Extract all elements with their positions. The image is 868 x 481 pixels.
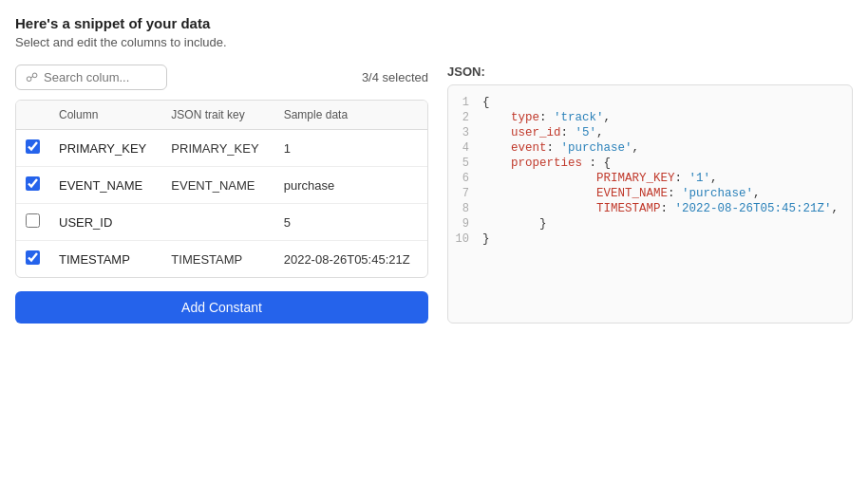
json-line: 4 event: 'purchase', bbox=[448, 140, 852, 156]
columns-table: Column JSON trait key Sample data PRIMAR… bbox=[16, 101, 427, 277]
row-column-name: EVENT_NAME bbox=[49, 167, 161, 204]
line-number: 9 bbox=[448, 217, 482, 231]
line-number: 4 bbox=[448, 141, 482, 155]
line-content: type: 'track', bbox=[482, 111, 611, 124]
json-line: 3 user_id: '5', bbox=[448, 125, 852, 140]
row-checkbox-cell[interactable] bbox=[16, 204, 49, 241]
row-sample-data: 5 bbox=[274, 204, 427, 241]
page-subtitle: Select and edit the columns to include. bbox=[15, 35, 853, 49]
row-sample-data: purchase bbox=[274, 167, 427, 204]
row-checkbox-2[interactable] bbox=[26, 213, 40, 228]
json-line: 8 TIMESTAMP: '2022-08-26T05:45:21Z', bbox=[448, 201, 852, 216]
table-row: TIMESTAMP TIMESTAMP 2022-08-26T05:45:21Z bbox=[16, 241, 427, 278]
line-number: 7 bbox=[448, 187, 482, 200]
table-row: PRIMARY_KEY PRIMARY_KEY 1 bbox=[16, 130, 427, 167]
right-panel: JSON: 1 { 2 type: 'track', 3 user_id: '5… bbox=[447, 65, 853, 324]
json-line: 9 } bbox=[448, 216, 852, 231]
line-number: 6 bbox=[448, 172, 482, 185]
col-header-sample: Sample data bbox=[274, 101, 427, 130]
table-body: PRIMARY_KEY PRIMARY_KEY 1 EVENT_NAME EVE… bbox=[16, 130, 427, 278]
line-content: TIMESTAMP: '2022-08-26T05:45:21Z', bbox=[482, 202, 839, 215]
table-row: USER_ID 5 bbox=[16, 204, 427, 241]
table-row: EVENT_NAME EVENT_NAME purchase bbox=[16, 167, 427, 204]
line-content: PRIMARY_KEY: '1', bbox=[482, 172, 718, 185]
line-content: user_id: '5', bbox=[482, 126, 604, 139]
columns-table-container: Column JSON trait key Sample data PRIMAR… bbox=[15, 100, 428, 278]
row-column-name: TIMESTAMP bbox=[49, 241, 161, 278]
line-number: 8 bbox=[448, 202, 482, 215]
add-constant-button[interactable]: Add Constant bbox=[15, 291, 428, 324]
json-line: 7 EVENT_NAME: 'purchase', bbox=[448, 186, 852, 201]
json-line: 6 PRIMARY_KEY: '1', bbox=[448, 171, 852, 186]
line-content: { bbox=[482, 96, 490, 109]
line-number: 10 bbox=[448, 232, 482, 246]
left-panel: ☍ 3/4 selected Column JSON trait key Sam… bbox=[15, 65, 428, 324]
row-checkbox-1[interactable] bbox=[26, 176, 40, 191]
row-checkbox-cell[interactable] bbox=[16, 167, 49, 204]
json-line: 1 { bbox=[448, 95, 852, 110]
page-title: Here's a snippet of your data bbox=[15, 15, 853, 31]
line-content: properties : { bbox=[482, 157, 611, 170]
table-header-row: Column JSON trait key Sample data bbox=[16, 101, 427, 130]
row-sample-data: 2022-08-26T05:45:21Z bbox=[274, 241, 427, 278]
row-json-key: PRIMARY_KEY bbox=[161, 130, 274, 167]
line-number: 2 bbox=[448, 111, 482, 124]
col-header-column: Column bbox=[49, 101, 161, 130]
json-viewer: 1 { 2 type: 'track', 3 user_id: '5', 4 e… bbox=[447, 84, 853, 324]
search-input[interactable] bbox=[44, 70, 157, 84]
json-line: 5 properties : { bbox=[448, 156, 852, 171]
line-content: } bbox=[482, 232, 490, 246]
row-column-name: PRIMARY_KEY bbox=[49, 130, 161, 167]
col-header-json-key: JSON trait key bbox=[161, 101, 274, 130]
row-json-key bbox=[161, 204, 274, 241]
search-box[interactable]: ☍ bbox=[15, 65, 167, 90]
json-line: 10 } bbox=[448, 231, 852, 247]
col-header-checkbox bbox=[16, 101, 49, 130]
line-content: } bbox=[482, 217, 547, 231]
search-row: ☍ 3/4 selected bbox=[15, 65, 428, 90]
json-label: JSON: bbox=[447, 65, 853, 79]
row-json-key: TIMESTAMP bbox=[161, 241, 274, 278]
line-content: EVENT_NAME: 'purchase', bbox=[482, 187, 761, 200]
selected-count: 3/4 selected bbox=[362, 70, 428, 84]
json-line: 2 type: 'track', bbox=[448, 110, 852, 125]
row-checkbox-0[interactable] bbox=[26, 139, 40, 154]
search-icon: ☍ bbox=[26, 70, 38, 84]
line-number: 5 bbox=[448, 157, 482, 170]
line-number: 1 bbox=[448, 96, 482, 109]
row-json-key: EVENT_NAME bbox=[161, 167, 274, 204]
row-checkbox-cell[interactable] bbox=[16, 241, 49, 278]
row-checkbox-cell[interactable] bbox=[16, 130, 49, 167]
line-content: event: 'purchase', bbox=[482, 141, 639, 155]
row-checkbox-3[interactable] bbox=[26, 250, 40, 265]
row-sample-data: 1 bbox=[274, 130, 427, 167]
line-number: 3 bbox=[448, 126, 482, 139]
row-column-name: USER_ID bbox=[49, 204, 161, 241]
